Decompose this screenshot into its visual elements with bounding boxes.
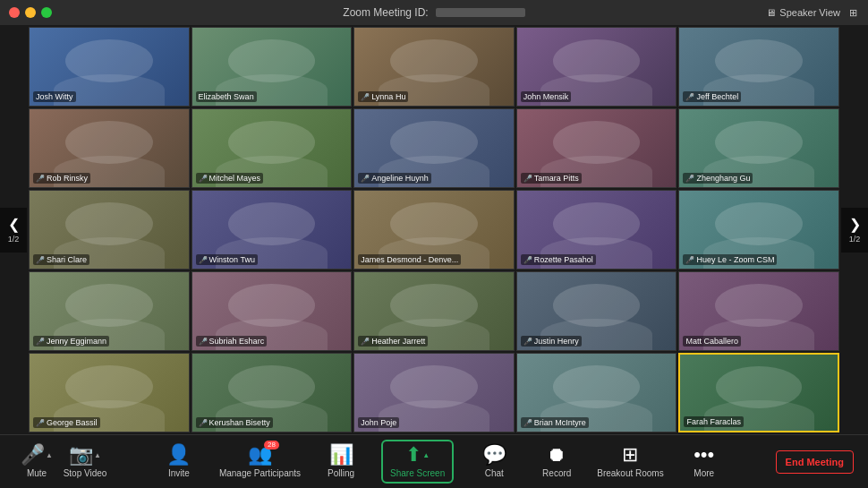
video-tile[interactable]: 🎤Brian McIntyre <box>516 353 677 432</box>
microphone-icon: 🎤 <box>21 445 45 465</box>
video-tile[interactable]: 🎤Lynna Hu <box>353 27 515 107</box>
participant-name-label: 🎤Lynna Hu <box>358 91 408 102</box>
video-tile[interactable]: Matt Caballero <box>678 271 839 351</box>
chat-button[interactable]: 💬 Chat <box>472 445 516 478</box>
muted-mic-icon: 🎤 <box>36 256 45 264</box>
video-tile[interactable]: 🎤Rob Rinsky <box>29 108 190 188</box>
maximize-window-button[interactable] <box>41 7 52 18</box>
video-tile[interactable]: Elizabeth Swan <box>191 27 353 107</box>
left-chevron-icon: ❮ <box>8 216 20 233</box>
manage-participants-label: Manage Participants <box>219 468 301 478</box>
participant-name-label: 🎤Kerushan Bisetty <box>196 417 273 428</box>
video-tile[interactable]: 🎤Winston Twu <box>191 190 353 270</box>
video-tile[interactable]: 🎤Jeff Bechtel <box>678 27 839 107</box>
invite-button[interactable]: 👤 Invite <box>157 445 201 478</box>
meeting-title: Zoom Meeting ID: <box>343 6 524 19</box>
video-tile[interactable]: 🎤Mitchel Mayes <box>191 108 353 188</box>
participant-name-label: 🎤Winston Twu <box>196 254 258 265</box>
chat-icon: 💬 <box>482 445 506 465</box>
stop-video-label: Stop Video <box>64 468 107 478</box>
title-bar-actions: 🖥 Speaker View ⊞ <box>766 7 857 19</box>
video-tile[interactable]: 🎤Jenny Eggimann <box>29 271 190 351</box>
video-tile[interactable]: 🎤Huey Le - Zoom CSM <box>678 190 839 270</box>
breakout-rooms-icon: ⊞ <box>622 445 638 465</box>
right-chevron-icon: ❯ <box>849 216 861 233</box>
video-tile[interactable]: 🎤Kerushan Bisetty <box>191 353 353 432</box>
participant-name-label: John Mensik <box>521 91 572 102</box>
muted-mic-icon: 🎤 <box>523 175 532 183</box>
video-tile[interactable]: 🎤George Bassil <box>29 353 190 432</box>
participant-name-label: 🎤Justin Henry <box>521 336 582 347</box>
polling-icon: 📊 <box>329 445 353 465</box>
share-screen-icon: ⬆ <box>405 445 421 465</box>
video-main: ❮ 1/2 Josh WittyElizabeth Swan🎤Lynna HuJ… <box>0 25 868 434</box>
participant-name-label: 🎤Heather Jarrett <box>358 336 428 347</box>
window-controls <box>9 7 52 18</box>
nav-arrow-right[interactable]: ❯ 1/2 <box>841 208 868 253</box>
participant-name-label: 🎤Brian McIntyre <box>521 417 589 428</box>
muted-mic-icon: 🎤 <box>685 175 694 183</box>
muted-mic-icon: 🎤 <box>36 419 45 427</box>
participant-count-badge: 28 <box>264 441 279 449</box>
muted-mic-icon: 🎤 <box>361 338 370 346</box>
polling-button[interactable]: 📊 Polling <box>319 445 363 478</box>
video-tile[interactable]: 🎤Subriah Esharc <box>191 271 353 351</box>
video-tile[interactable]: James Desmond - Denve... <box>353 190 515 270</box>
participant-name-label: 🎤Shari Clare <box>33 254 89 265</box>
video-tile[interactable]: Farah Faraclas <box>678 353 839 432</box>
record-label: Record <box>542 468 571 478</box>
breakout-rooms-label: Breakout Rooms <box>597 468 663 478</box>
muted-mic-icon: 🎤 <box>361 93 370 101</box>
participant-name-label: 🎤Huey Le - Zoom CSM <box>683 254 777 265</box>
video-tile[interactable]: John Mensik <box>516 27 677 107</box>
more-icon: ••• <box>694 445 714 465</box>
video-tile[interactable]: John Poje <box>353 353 515 432</box>
speaker-view-button[interactable]: 🖥 Speaker View <box>766 7 840 18</box>
video-tile[interactable]: 🎤Heather Jarrett <box>353 271 515 351</box>
muted-mic-icon: 🎤 <box>199 256 208 264</box>
more-button[interactable]: ••• More <box>682 445 727 478</box>
muted-mic-icon: 🎤 <box>199 419 208 427</box>
manage-participants-button[interactable]: 👥 28 Manage Participants <box>219 445 301 478</box>
participant-name-label: Josh Witty <box>33 91 76 102</box>
share-screen-label: Share Screen <box>390 468 445 478</box>
toolbar-center: 👤 Invite 👥 28 Manage Participants 📊 Poll… <box>157 440 727 484</box>
record-button[interactable]: ⏺ Record <box>534 445 579 478</box>
video-caret: ▲ <box>94 451 101 459</box>
muted-mic-icon: 🎤 <box>685 93 694 101</box>
participant-name-label: 🎤Subriah Esharc <box>196 336 268 347</box>
video-tile[interactable]: 🎤Shari Clare <box>29 190 190 270</box>
mute-caret: ▲ <box>46 451 53 459</box>
muted-mic-icon: 🎤 <box>361 175 370 183</box>
video-tile[interactable]: Josh Witty <box>29 27 190 107</box>
speaker-icon: 🖥 <box>766 7 776 18</box>
participant-name-label: 🎤Jeff Bechtel <box>683 91 741 102</box>
toolbar-right: End Meeting <box>776 450 854 474</box>
video-tile[interactable]: 🎤Zhenghang Gu <box>678 108 839 188</box>
grid-view-icon[interactable]: ⊞ <box>849 7 857 19</box>
mute-label: Mute <box>27 468 47 478</box>
video-tile[interactable]: 🎤Rozette Pasahol <box>516 190 677 270</box>
muted-mic-icon: 🎤 <box>523 256 532 264</box>
participant-name-label: 🎤George Bassil <box>33 417 100 428</box>
video-tile[interactable]: 🎤Angeline Huynh <box>353 108 515 188</box>
minimize-window-button[interactable] <box>25 7 36 18</box>
invite-label: Invite <box>168 468 190 478</box>
share-screen-button[interactable]: ⬆ ▲ Share Screen <box>381 440 454 484</box>
stop-video-button[interactable]: 📷 ▲ Stop Video <box>63 445 107 478</box>
muted-mic-icon: 🎤 <box>685 256 694 264</box>
muted-mic-icon: 🎤 <box>199 338 208 346</box>
nav-arrow-left[interactable]: ❮ 1/2 <box>0 208 27 253</box>
end-meeting-button[interactable]: End Meeting <box>776 450 854 474</box>
view-mode-label: Speaker View <box>779 7 840 18</box>
right-page-label: 1/2 <box>849 235 861 244</box>
close-window-button[interactable] <box>9 7 20 18</box>
muted-mic-icon: 🎤 <box>36 338 45 346</box>
video-tile[interactable]: 🎤Justin Henry <box>516 271 677 351</box>
participant-name-label: 🎤Rozette Pasahol <box>521 254 596 265</box>
breakout-rooms-button[interactable]: ⊞ Breakout Rooms <box>597 445 663 478</box>
video-tile[interactable]: 🎤Tamara Pitts <box>516 108 677 188</box>
mute-button[interactable]: 🎤 ▲ Mute <box>14 445 59 478</box>
participant-name-label: Matt Caballero <box>683 336 741 347</box>
video-camera-icon: 📷 <box>69 445 93 465</box>
